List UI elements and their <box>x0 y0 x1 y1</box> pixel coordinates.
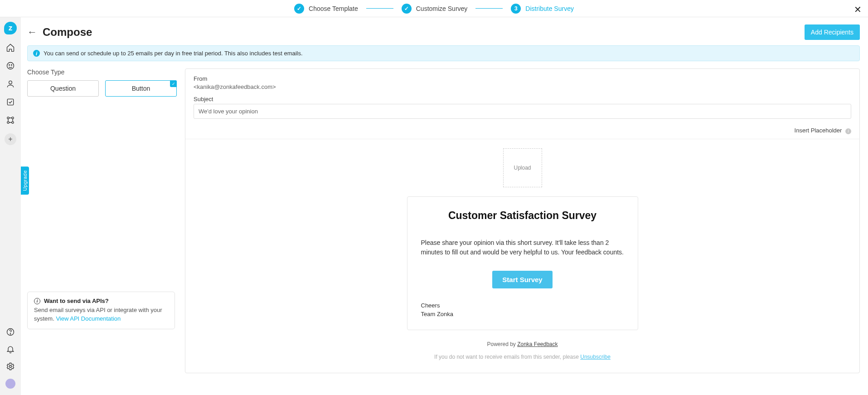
info-icon: i <box>33 50 40 57</box>
unsubscribe-row: If you do not want to receive emails fro… <box>434 354 611 360</box>
survey-title: Customer Satisfaction Survey <box>421 210 624 222</box>
api-card-title: Want to send via APIs? <box>44 297 109 304</box>
right-column: From <kanika@zonkafeedback.com> Subject … <box>185 68 860 373</box>
add-recipients-button[interactable]: Add Recipients <box>805 24 860 40</box>
info-banner-text: You can send or schedule up to 25 emails… <box>44 50 303 57</box>
survey-preview-card: Customer Satisfaction Survey Please shar… <box>407 196 638 330</box>
insert-placeholder-button[interactable]: Insert Placeholder <box>795 127 842 134</box>
step-choose-template[interactable]: ✓ Choose Template <box>294 4 358 14</box>
svg-point-11 <box>10 366 12 368</box>
svg-point-0 <box>7 63 14 69</box>
svg-point-10 <box>10 334 10 334</box>
step-customize-survey[interactable]: ✓ Customize Survey <box>402 4 468 14</box>
powered-by: Powered by Zonka Feedback <box>487 341 558 347</box>
settings-icon[interactable] <box>5 361 15 371</box>
from-label: From <box>194 75 851 82</box>
step-label: Customize Survey <box>416 5 468 12</box>
left-column: Choose Type Question Button i Want to se… <box>27 68 177 373</box>
powered-by-link[interactable]: Zonka Feedback <box>517 341 558 347</box>
step-number: 3 <box>511 4 521 14</box>
info-outline-icon: i <box>34 298 40 304</box>
svg-point-1 <box>9 65 10 66</box>
api-docs-link[interactable]: View API Documentation <box>56 315 121 322</box>
step-connector <box>475 8 503 9</box>
page-title: Compose <box>43 26 92 39</box>
survey-icon[interactable] <box>5 61 15 71</box>
svg-point-8 <box>12 122 14 123</box>
signature-line-2: Team Zonka <box>421 310 624 319</box>
email-body: Upload Customer Satisfaction Survey Plea… <box>185 139 859 373</box>
survey-body-text: Please share your opinion via this short… <box>421 238 624 257</box>
unsubscribe-link[interactable]: Unsubscribe <box>580 354 611 360</box>
choose-type-label: Choose Type <box>27 68 177 76</box>
signature-line-1: Cheers <box>421 301 624 310</box>
info-banner: i You can send or schedule up to 25 emai… <box>27 45 860 61</box>
step-distribute-survey[interactable]: 3 Distribute Survey <box>511 4 574 14</box>
svg-point-7 <box>7 122 9 123</box>
subject-input[interactable] <box>194 104 851 119</box>
from-value: <kanika@zonkafeedback.com> <box>194 83 851 90</box>
start-survey-button[interactable]: Start Survey <box>492 271 552 288</box>
svg-point-6 <box>12 117 14 119</box>
step-label: Choose Template <box>309 5 358 12</box>
check-icon: ✓ <box>402 4 412 14</box>
subject-label: Subject <box>194 96 851 102</box>
stepper: ✓ Choose Template ✓ Customize Survey 3 D… <box>294 4 574 14</box>
add-button[interactable]: + <box>5 133 16 145</box>
workflows-icon[interactable] <box>5 115 15 125</box>
close-icon[interactable]: ✕ <box>854 4 862 15</box>
notifications-icon[interactable] <box>5 344 15 354</box>
step-label: Distribute Survey <box>525 5 574 12</box>
svg-point-2 <box>11 65 12 66</box>
step-connector <box>366 8 393 9</box>
top-stepper-bar: ✓ Choose Template ✓ Customize Survey 3 D… <box>0 0 868 17</box>
svg-rect-4 <box>7 99 13 105</box>
svg-point-5 <box>7 117 9 119</box>
info-icon: i <box>845 128 851 134</box>
type-option-question[interactable]: Question <box>27 80 99 97</box>
home-icon[interactable] <box>5 43 15 53</box>
svg-point-3 <box>9 81 12 84</box>
back-arrow-icon[interactable]: ← <box>27 26 37 38</box>
left-nav-rail: z + Upgrade <box>0 17 21 395</box>
avatar[interactable] <box>5 379 15 389</box>
check-icon: ✓ <box>294 4 304 14</box>
page-header: ← Compose Add Recipients <box>27 22 860 45</box>
email-composer: From <kanika@zonkafeedback.com> Subject … <box>185 68 860 373</box>
contacts-icon[interactable] <box>5 79 15 89</box>
type-option-button[interactable]: Button <box>105 80 177 97</box>
main-content: ← Compose Add Recipients i You can send … <box>21 17 868 395</box>
api-info-card: i Want to send via APIs? Send email surv… <box>27 292 175 329</box>
logo-icon[interactable]: z <box>4 22 17 34</box>
upload-logo-box[interactable]: Upload <box>503 148 542 187</box>
help-icon[interactable] <box>5 327 15 337</box>
tasks-icon[interactable] <box>5 97 15 107</box>
